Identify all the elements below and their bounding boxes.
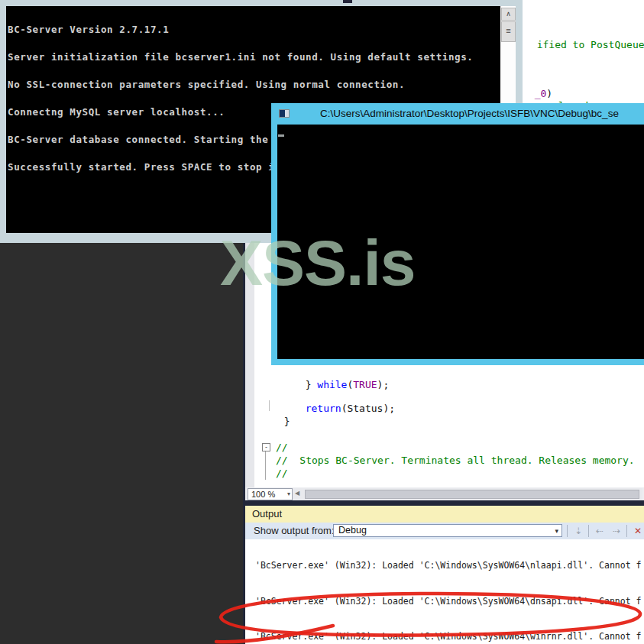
- output-panel: Output Show output from: Debug ▾ ⇣ ⇠ ⇢ ✕…: [245, 506, 644, 644]
- code-comment-3: //: [276, 468, 288, 479]
- console-line: BC-Server Version 2.7.17.1: [8, 25, 473, 34]
- code-comment-text: ified to PostQueuedComp: [537, 39, 644, 50]
- collapse-minus-icon: -: [265, 443, 267, 451]
- console-line: Server initialization file bcserver1.ini…: [8, 53, 473, 62]
- code-brace-close: }: [284, 416, 290, 427]
- brace-guide-line: [269, 400, 270, 411]
- code-paren-close: );: [377, 379, 390, 390]
- code-line-while: } while(TRUE);: [293, 367, 389, 390]
- goto-message-icon: ⇣: [574, 526, 582, 536]
- chevron-down-icon: ▾: [555, 526, 558, 537]
- output-source-combobox[interactable]: Debug ▾: [333, 524, 562, 537]
- zoom-level-select[interactable]: 100 % ▾: [248, 488, 293, 500]
- editor-bottom-bar: 100 % ▾ ◀: [245, 487, 644, 500]
- show-output-from-label: Show output from:: [254, 523, 335, 539]
- panel-divider: [243, 500, 644, 506]
- chevron-down-icon: ▾: [287, 489, 290, 500]
- toolbar-separator: [567, 525, 568, 537]
- console-cursor: [278, 134, 284, 137]
- next-message-icon: ⇢: [613, 526, 620, 536]
- xss-is-watermark: XSS.is: [220, 226, 415, 300]
- code-paren-close-2: );: [383, 403, 395, 414]
- watermark-text: XSS.is: [220, 227, 415, 299]
- clear-all-icon: ✕: [634, 526, 642, 536]
- output-log-line: 'BcServer.exe' (Win32): Loaded 'C:\Windo…: [255, 596, 641, 608]
- code-comment-1: //: [276, 442, 288, 453]
- output-log-line: 'BcServer.exe' (Win32): Loaded 'C:\Windo…: [255, 560, 641, 572]
- outline-guide-line: [265, 451, 266, 480]
- scroll-left-icon[interactable]: ◀: [295, 490, 299, 497]
- code-identifier-status: Status: [347, 403, 383, 414]
- clear-all-button[interactable]: ✕: [631, 524, 644, 538]
- scrollbar-thumb[interactable]: ≡: [501, 21, 516, 42]
- horizontal-scrollbar-thumb[interactable]: [305, 490, 639, 499]
- toolbar-separator: [626, 525, 627, 537]
- next-message-button[interactable]: ⇢: [610, 524, 623, 538]
- previous-message-button[interactable]: ⇠: [593, 524, 607, 538]
- scrollbar-grip-icon: ≡: [506, 26, 510, 35]
- zoom-level-value: 100 %: [251, 489, 275, 500]
- window-titlebar-remnant: [343, 0, 352, 3]
- code-keyword-return: return: [306, 403, 341, 414]
- console-window-title: C:\Users\Administrator\Desktop\Projects\…: [320, 103, 619, 125]
- code-comment-2: // Stops BC-Server. Terminates all threa…: [276, 455, 635, 466]
- console-line: No SSL-connection parameters specified. …: [8, 80, 473, 89]
- code-line-comment-fragment: ified to PostQueuedComp: [525, 28, 644, 50]
- code-macro-true: TRUE: [353, 379, 377, 390]
- output-source-value: Debug: [338, 525, 367, 536]
- output-panel-title: Output: [252, 508, 282, 519]
- code-keyword-while: while: [317, 379, 347, 390]
- output-panel-header[interactable]: Output: [245, 506, 644, 523]
- scroll-up-icon: ∧: [506, 10, 511, 18]
- output-toolbar: Show output from: Debug ▾ ⇣ ⇠ ⇢ ✕: [245, 523, 644, 539]
- console-titlebar[interactable]: C:\Users\Administrator\Desktop\Projects\…: [271, 103, 644, 125]
- scroll-up-button[interactable]: ∧: [501, 8, 516, 21]
- code-brace: }: [306, 379, 318, 390]
- toolbar-separator: [588, 525, 589, 537]
- output-log: 'BcServer.exe' (Win32): Loaded 'C:\Windo…: [255, 539, 641, 644]
- previous-message-icon: ⇠: [596, 526, 604, 536]
- code-line-closing-brace: }: [272, 404, 290, 427]
- outline-collapse-box[interactable]: -: [262, 443, 270, 451]
- output-text-area[interactable]: 'BcServer.exe' (Win32): Loaded 'C:\Windo…: [245, 539, 644, 644]
- horizontal-scrollbar[interactable]: ◀: [293, 488, 642, 500]
- code-line-return: return(Status);: [293, 391, 395, 414]
- output-log-line: 'BcServer.exe' (Win32): Loaded 'C:\Windo…: [255, 631, 641, 643]
- console-window-icon[interactable]: [279, 109, 290, 118]
- goto-message-button[interactable]: ⇣: [571, 524, 585, 538]
